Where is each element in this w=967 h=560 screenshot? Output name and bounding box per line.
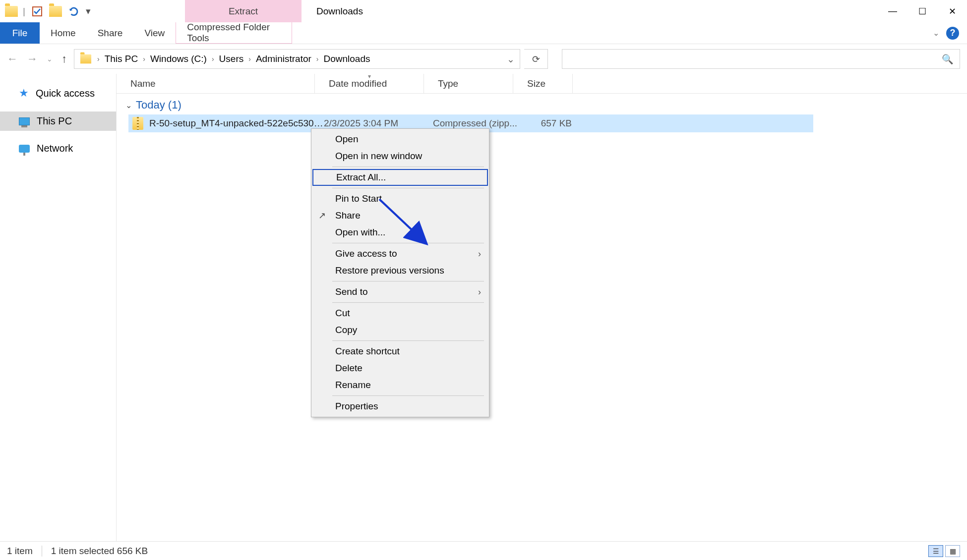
- context-menu-item-label: Pin to Start: [335, 193, 382, 204]
- context-menu-separator: [332, 395, 484, 396]
- file-tab[interactable]: File: [0, 22, 40, 44]
- context-menu-item-label: Extract All...: [336, 172, 386, 183]
- context-menu-item-open[interactable]: Open: [312, 131, 488, 148]
- context-menu-item-give-access-to[interactable]: Give access to›: [312, 245, 488, 262]
- status-selection: 1 item selected 656 KB: [51, 546, 148, 557]
- chevron-right-icon: ›: [478, 249, 481, 259]
- context-menu-item-label: Open with...: [335, 227, 385, 238]
- up-button[interactable]: ↑: [61, 53, 67, 65]
- context-menu-item-share[interactable]: ↗Share: [312, 207, 488, 224]
- column-size[interactable]: Size: [513, 74, 573, 93]
- crumb-this-pc[interactable]: This PC: [105, 54, 138, 64]
- group-header-today[interactable]: ⌄ Today (1): [117, 94, 967, 114]
- tab-compressed-folder-tools[interactable]: Compressed Folder Tools: [176, 22, 292, 44]
- qat-new-folder-icon[interactable]: [49, 6, 62, 17]
- context-menu-item-delete[interactable]: Delete: [312, 360, 488, 377]
- column-date-modified[interactable]: Date modified: [315, 74, 424, 93]
- contextual-tab-label: Extract: [229, 6, 258, 17]
- search-input[interactable]: [568, 54, 942, 64]
- forward-button[interactable]: →: [27, 53, 38, 65]
- chevron-right-icon[interactable]: ›: [248, 55, 251, 63]
- ribbon-tabs: File Home Share View Compressed Folder T…: [0, 22, 967, 44]
- context-menu-item-open-with[interactable]: Open with...: [312, 224, 488, 241]
- share-icon: ↗: [318, 210, 326, 221]
- ribbon-collapse-button[interactable]: ⌄: [933, 28, 939, 38]
- maximize-button[interactable]: ☐: [907, 0, 937, 22]
- column-type[interactable]: Type: [424, 74, 513, 93]
- minimize-button[interactable]: —: [878, 0, 907, 22]
- context-menu-item-label: Open: [335, 134, 358, 145]
- refresh-button[interactable]: ⟳: [524, 49, 548, 69]
- context-menu-item-rename[interactable]: Rename: [312, 377, 488, 393]
- chevron-right-icon[interactable]: ›: [316, 55, 319, 63]
- context-menu-item-restore-previous-versions[interactable]: Restore previous versions: [312, 262, 488, 279]
- view-details-button[interactable]: ☰: [928, 545, 943, 557]
- search-box[interactable]: 🔍: [562, 49, 960, 69]
- help-icon[interactable]: ?: [946, 27, 959, 40]
- context-menu-separator: [332, 340, 484, 341]
- close-button[interactable]: ✕: [937, 0, 967, 22]
- chevron-right-icon[interactable]: ›: [212, 55, 214, 63]
- context-menu-item-properties[interactable]: Properties: [312, 398, 488, 415]
- title-bar: | ▾ Extract Downloads — ☐ ✕: [0, 0, 967, 22]
- context-menu-item-label: Open in new window: [335, 151, 422, 162]
- context-menu-item-label: Cut: [335, 308, 350, 319]
- zip-file-icon: [132, 117, 143, 130]
- tab-view[interactable]: View: [133, 22, 176, 44]
- address-bar[interactable]: › This PC › Windows (C:) › Users › Admin…: [74, 49, 520, 69]
- context-menu-item-create-shortcut[interactable]: Create shortcut: [312, 343, 488, 360]
- context-menu-item-cut[interactable]: Cut: [312, 305, 488, 322]
- context-menu-separator: [332, 188, 484, 188]
- checkbox-icon: [32, 6, 43, 17]
- chevron-right-icon[interactable]: ›: [97, 55, 100, 63]
- file-list-area: Name Date modified Type Size ⌄ Today (1)…: [117, 74, 967, 541]
- group-header-label: Today (1): [136, 99, 181, 112]
- qat-properties-button[interactable]: [30, 4, 44, 18]
- context-menu-item-pin-to-start[interactable]: Pin to Start: [312, 190, 488, 207]
- file-name: R-50-setup_MT4-unpacked-522e5c5304b...: [149, 118, 324, 129]
- window-title: Downloads: [302, 0, 363, 22]
- tab-home[interactable]: Home: [40, 22, 87, 44]
- file-date: 2/3/2025 3:04 PM: [324, 118, 433, 129]
- crumb-drive[interactable]: Windows (C:): [150, 54, 207, 64]
- star-icon: ★: [19, 87, 29, 100]
- tab-share[interactable]: Share: [87, 22, 134, 44]
- address-dropdown-button[interactable]: ⌄: [507, 54, 515, 65]
- chevron-right-icon: ›: [478, 287, 481, 297]
- sidebar-item-label: This PC: [37, 115, 72, 127]
- sidebar-item-quick-access[interactable]: ★ Quick access: [0, 83, 116, 104]
- navigation-bar: ← → ⌄ ↑ › This PC › Windows (C:) › Users…: [0, 44, 967, 74]
- column-name[interactable]: Name: [117, 74, 315, 93]
- context-menu-item-label: Send to: [335, 286, 368, 297]
- context-menu-item-extract-all[interactable]: Extract All...: [312, 169, 488, 186]
- context-menu-item-open-in-new-window[interactable]: Open in new window: [312, 148, 488, 165]
- window-controls: — ☐ ✕: [878, 0, 967, 22]
- status-bar: 1 item 1 item selected 656 KB ☰ ▦: [0, 541, 967, 560]
- quick-access-toolbar: | ▾: [0, 0, 91, 22]
- back-button[interactable]: ←: [7, 53, 18, 65]
- view-thumbnails-button[interactable]: ▦: [945, 545, 960, 557]
- file-size: 657 KB: [522, 118, 582, 129]
- context-menu-item-send-to[interactable]: Send to›: [312, 283, 488, 300]
- crumb-downloads[interactable]: Downloads: [324, 54, 370, 64]
- navigation-pane: ★ Quick access This PC Network: [0, 74, 117, 541]
- app-folder-icon: [5, 6, 18, 17]
- qat-customize-button[interactable]: ▾: [86, 5, 91, 17]
- context-menu-item-label: Rename: [335, 380, 371, 391]
- context-menu-separator: [332, 302, 484, 303]
- sidebar-item-network[interactable]: Network: [0, 139, 116, 158]
- chevron-right-icon[interactable]: ›: [143, 55, 145, 63]
- crumb-users[interactable]: Users: [219, 54, 244, 64]
- context-menu-item-copy[interactable]: Copy: [312, 322, 488, 338]
- context-menu-separator: [332, 167, 484, 167]
- recent-locations-button[interactable]: ⌄: [47, 55, 53, 63]
- contextual-tab-header: Extract: [185, 0, 302, 22]
- chevron-down-icon: ⌄: [125, 101, 132, 110]
- sidebar-item-this-pc[interactable]: This PC: [0, 112, 116, 131]
- context-menu: OpenOpen in new windowExtract All...Pin …: [311, 128, 489, 417]
- file-type: Compressed (zipp...: [433, 118, 522, 129]
- crumb-administrator[interactable]: Administrator: [256, 54, 311, 64]
- qat-undo-button[interactable]: [67, 4, 81, 18]
- context-menu-item-label: Restore previous versions: [335, 265, 444, 276]
- context-menu-item-label: Give access to: [335, 248, 397, 259]
